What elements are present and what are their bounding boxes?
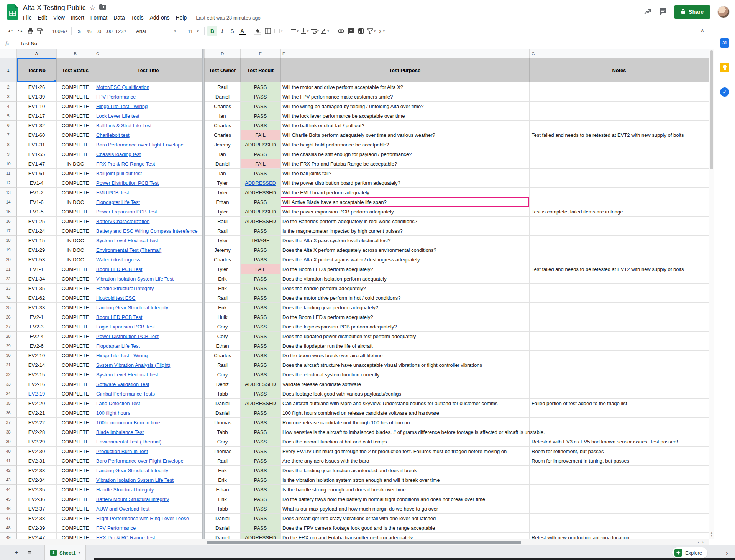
test-title-link[interactable]: FMU PCB Test (96, 190, 129, 195)
format-percent-button[interactable]: % (84, 26, 94, 36)
cell-test-title[interactable]: FRX Pro & RC Range Test (94, 159, 202, 169)
cell-test-no[interactable]: EV1-62 (17, 293, 57, 303)
cell-notes[interactable] (530, 226, 709, 236)
test-title-link[interactable]: Environmental Test (Thermal) (96, 439, 161, 445)
cell-test-purpose[interactable]: Does the handle perform adequately? (281, 284, 530, 293)
column-header-g[interactable]: G (530, 49, 709, 58)
test-title-link[interactable]: Boom LED PCB Test (96, 266, 142, 272)
cell-test-owner[interactable]: Raul (205, 293, 241, 303)
cell-test-status[interactable]: COMPLETE (57, 523, 94, 533)
cell-test-owner[interactable]: Tyler (205, 188, 241, 197)
cell-test-result[interactable]: PASS (241, 494, 281, 504)
cell-notes[interactable] (530, 389, 709, 399)
cell-test-purpose[interactable]: Do the Boom LED's perform adequately? (281, 312, 530, 322)
column-header-c[interactable]: C (94, 49, 202, 58)
cell-test-purpose[interactable]: Does the vibration isolation perform ade… (281, 274, 530, 284)
row-number[interactable]: 20 (0, 255, 17, 264)
test-title-link[interactable]: Handle Structural Integrity (96, 487, 154, 493)
test-title-link[interactable]: System Vibration Analysis (Flight) (96, 362, 170, 368)
test-title-link[interactable]: Power Expansion PCB Test (96, 209, 157, 215)
functions-button[interactable]: Σ▾ (377, 26, 387, 36)
cell-test-purpose[interactable]: Does the Alta X pass system level electr… (281, 236, 530, 245)
cell-test-owner[interactable]: Cory (205, 332, 241, 341)
cell-test-purpose[interactable]: Does the aircraft function at hot and co… (281, 437, 530, 447)
cell-test-no[interactable]: EV1-53 (17, 255, 57, 264)
row-number[interactable]: 41 (0, 456, 17, 466)
more-formats-button[interactable]: 123▾ (114, 26, 127, 36)
row-number[interactable]: 6 (0, 121, 17, 130)
menu-format[interactable]: Format (87, 14, 110, 21)
row-number[interactable]: 44 (0, 485, 17, 494)
font-select[interactable]: Arial▾ (133, 26, 179, 36)
cell-test-title[interactable]: Logic Expansion PCB Test (94, 322, 202, 332)
cell-test-purpose[interactable]: Does aircraft get into crazy vibrations … (281, 514, 530, 523)
cell-test-status[interactable]: COMPLETE (57, 514, 94, 523)
cell-test-owner[interactable]: Ian (205, 169, 241, 178)
cell-test-status[interactable]: COMPLETE (57, 140, 94, 149)
cell-test-purpose[interactable]: Do the Boom LED's perform adequately? (281, 264, 530, 274)
cell-test-status[interactable]: COMPLETE (57, 207, 94, 217)
cell-test-no[interactable]: EV1-17 (17, 111, 57, 121)
cell-test-owner[interactable]: Erik (205, 284, 241, 293)
cell-test-no[interactable]: EV1-31 (17, 140, 57, 149)
cell-notes[interactable] (530, 293, 709, 303)
sheet-tab-menu-icon[interactable]: ▾ (79, 551, 80, 555)
cell-test-status[interactable]: COMPLETE (57, 418, 94, 427)
test-title-link[interactable]: Flopdapter Life Test (96, 343, 140, 349)
cell-notes[interactable] (530, 485, 709, 494)
cell-notes[interactable] (530, 149, 709, 159)
cell-test-result[interactable]: PASS (241, 418, 281, 427)
cell-test-title[interactable]: 100 flight hours (94, 408, 202, 418)
cell-test-title[interactable]: Baro Performance over Flight Envelope (94, 140, 202, 149)
test-title-link[interactable]: Environmental Test (Thermal) (96, 247, 161, 253)
row-number[interactable]: 17 (0, 226, 17, 236)
cell-test-purpose[interactable]: Will the chassis be stiff enough for pay… (281, 149, 530, 159)
cell-test-owner[interactable]: Ethan (205, 485, 241, 494)
cell-test-owner[interactable]: Charles (205, 351, 241, 360)
cell-test-status[interactable]: COMPLETE (57, 504, 94, 514)
test-title-link[interactable]: System Level Electrical Test (96, 238, 158, 243)
cell-test-purpose[interactable]: What is our max payload and how much mar… (281, 504, 530, 514)
cell-notes[interactable]: Room for refinement, but passes (530, 447, 709, 456)
row-number[interactable]: 16 (0, 217, 17, 226)
cell-test-no[interactable]: EV2-22 (17, 418, 57, 427)
cell-test-status[interactable]: COMPLETE (57, 437, 94, 447)
cell-notes[interactable]: Retested with EV3 as EV5 had known senso… (530, 437, 709, 447)
cell-test-title[interactable]: Production Burn-in Test (94, 447, 202, 456)
cell-test-status[interactable]: COMPLETE (57, 370, 94, 379)
cell-notes[interactable] (530, 169, 709, 178)
cell-test-owner[interactable]: Daniel (205, 523, 241, 533)
cell-test-no[interactable]: EV1-15 (17, 236, 57, 245)
row-number[interactable]: 3 (0, 92, 17, 102)
cell-notes[interactable] (530, 351, 709, 360)
cell-test-purpose[interactable]: Does the motor drive perform in hot / co… (281, 293, 530, 303)
cell-test-status[interactable]: COMPLETE (57, 332, 94, 341)
test-title-link[interactable]: Gimbal Performance Tests (96, 391, 155, 397)
explore-button[interactable]: Explore (672, 547, 707, 558)
text-wrap-button[interactable]: ▾ (310, 26, 320, 36)
cell-test-purpose[interactable]: 100 flight hours combined on release can… (281, 408, 530, 418)
cell-test-purpose[interactable]: Every EV/DV unit must go through the 2 h… (281, 447, 530, 456)
cell-test-no[interactable]: EV2-6 (17, 341, 57, 351)
cell-test-no[interactable]: EV1-1 (17, 264, 57, 274)
column-header-d[interactable]: D (205, 49, 241, 58)
cell-test-owner[interactable]: Charles (205, 130, 241, 140)
test-title-link[interactable]: Lock Lever Life test (96, 113, 139, 119)
test-title-link[interactable]: Hinge Life Test - Wiring (96, 353, 148, 358)
cell-test-no[interactable]: EV1-25 (17, 217, 57, 226)
redo-button[interactable]: ↷ (15, 26, 25, 36)
cell-notes[interactable] (530, 284, 709, 293)
insert-link-button[interactable] (336, 26, 346, 36)
cell-test-owner[interactable]: Daniel (205, 92, 241, 102)
cell-test-purpose[interactable]: Will the height hold performance be acce… (281, 140, 530, 149)
test-title-link[interactable]: Hinge Life Test - Wiring (96, 103, 148, 109)
cell-test-no[interactable]: EV2-47 (17, 533, 57, 539)
cell-test-owner[interactable]: Cory (205, 370, 241, 379)
cell-test-status[interactable]: COMPLETE (57, 274, 94, 284)
cell-test-title[interactable]: System Vibration Analysis (Flight) (94, 360, 202, 370)
cell-test-result[interactable]: FAIL (241, 159, 281, 169)
cell-test-status[interactable]: COMPLETE (57, 303, 94, 312)
test-title-link[interactable]: Water / dust ingress (96, 257, 140, 263)
test-title-link[interactable]: Landing Gear Structural Integrity (96, 468, 168, 473)
cell-test-purpose[interactable]: Do the FRX pro and Futaba transmitter pe… (281, 533, 530, 539)
